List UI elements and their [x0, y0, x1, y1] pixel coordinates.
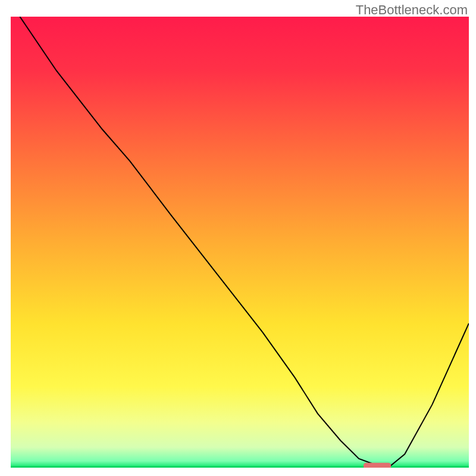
gradient-fill [11, 17, 469, 468]
optimal-region-marker [364, 463, 391, 468]
chart-svg [11, 17, 469, 468]
plot-area [11, 17, 469, 468]
watermark-text: TheBottleneck.com [356, 2, 468, 18]
